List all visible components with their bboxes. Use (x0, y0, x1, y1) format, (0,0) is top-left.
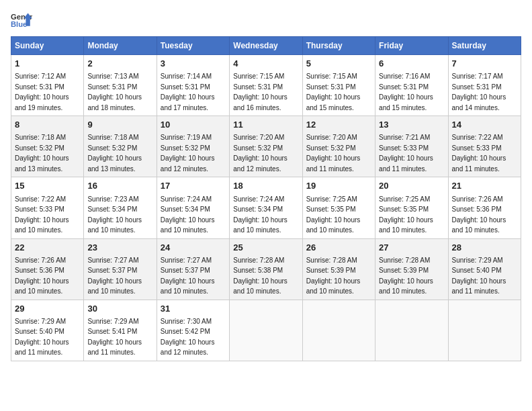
day-number: 2 (87, 58, 152, 70)
day-cell: 20 Sunrise: 7:25 AMSunset: 5:35 PMDaylig… (375, 177, 448, 238)
logo-icon: General Blue (11, 11, 32, 30)
day-cell: 28 Sunrise: 7:29 AMSunset: 5:40 PMDaylig… (448, 238, 521, 300)
day-cell: 16 Sunrise: 7:23 AMSunset: 5:34 PMDaylig… (84, 177, 157, 238)
day-info: Sunrise: 7:17 AMSunset: 5:31 PMDaylight:… (452, 73, 506, 111)
day-cell: 24 Sunrise: 7:27 AMSunset: 5:37 PMDaylig… (157, 238, 229, 300)
day-cell: 30 Sunrise: 7:29 AMSunset: 5:41 PMDaylig… (84, 300, 157, 361)
day-cell: 8 Sunrise: 7:18 AMSunset: 5:32 PMDayligh… (11, 116, 84, 177)
day-info: Sunrise: 7:16 AMSunset: 5:31 PMDaylight:… (379, 73, 433, 111)
day-info: Sunrise: 7:24 AMSunset: 5:34 PMDaylight:… (161, 195, 215, 234)
day-info: Sunrise: 7:20 AMSunset: 5:32 PMDaylight:… (306, 134, 361, 173)
day-number: 16 (87, 180, 152, 192)
day-info: Sunrise: 7:26 AMSunset: 5:36 PMDaylight:… (15, 257, 69, 295)
day-number: 4 (233, 58, 298, 70)
day-number: 21 (452, 180, 517, 192)
day-cell (448, 300, 521, 361)
day-info: Sunrise: 7:23 AMSunset: 5:34 PMDaylight:… (87, 195, 142, 234)
day-info: Sunrise: 7:25 AMSunset: 5:35 PMDaylight:… (379, 195, 433, 234)
day-info: Sunrise: 7:18 AMSunset: 5:32 PMDaylight:… (87, 134, 142, 173)
calendar-table: SundayMondayTuesdayWednesdayThursdayFrid… (11, 36, 521, 361)
col-header-sunday: Sunday (11, 37, 84, 55)
day-info: Sunrise: 7:28 AMSunset: 5:39 PMDaylight:… (306, 257, 361, 295)
day-number: 23 (87, 242, 152, 254)
day-cell (230, 300, 302, 361)
day-number: 22 (15, 242, 80, 254)
day-info: Sunrise: 7:22 AMSunset: 5:33 PMDaylight:… (452, 134, 506, 173)
day-number: 8 (15, 119, 80, 131)
day-number: 12 (306, 119, 371, 131)
day-number: 9 (87, 119, 152, 131)
day-cell (375, 300, 448, 361)
day-number: 18 (233, 180, 298, 192)
day-info: Sunrise: 7:21 AMSunset: 5:33 PMDaylight:… (379, 134, 433, 173)
logo: General Blue (11, 11, 35, 30)
day-cell: 10 Sunrise: 7:19 AMSunset: 5:32 PMDaylig… (157, 116, 229, 177)
day-number: 14 (452, 119, 517, 131)
day-number: 17 (161, 180, 226, 192)
day-number: 6 (379, 58, 444, 70)
day-cell: 26 Sunrise: 7:28 AMSunset: 5:39 PMDaylig… (302, 238, 375, 300)
day-info: Sunrise: 7:13 AMSunset: 5:31 PMDaylight:… (87, 73, 142, 111)
day-info: Sunrise: 7:22 AMSunset: 5:33 PMDaylight:… (15, 195, 69, 234)
day-info: Sunrise: 7:15 AMSunset: 5:31 PMDaylight:… (306, 73, 361, 111)
day-number: 29 (15, 303, 80, 315)
day-number: 30 (87, 303, 152, 315)
day-info: Sunrise: 7:27 AMSunset: 5:37 PMDaylight:… (161, 257, 215, 295)
day-info: Sunrise: 7:30 AMSunset: 5:42 PMDaylight:… (161, 318, 215, 357)
day-cell: 27 Sunrise: 7:28 AMSunset: 5:39 PMDaylig… (375, 238, 448, 300)
day-cell: 21 Sunrise: 7:26 AMSunset: 5:36 PMDaylig… (448, 177, 521, 238)
day-number: 10 (161, 119, 226, 131)
col-header-monday: Monday (84, 37, 157, 55)
week-row-1: 1 Sunrise: 7:12 AMSunset: 5:31 PMDayligh… (11, 55, 521, 116)
day-info: Sunrise: 7:14 AMSunset: 5:31 PMDaylight:… (161, 73, 215, 111)
day-number: 13 (379, 119, 444, 131)
day-info: Sunrise: 7:29 AMSunset: 5:41 PMDaylight:… (87, 318, 142, 357)
day-info: Sunrise: 7:29 AMSunset: 5:40 PMDaylight:… (15, 318, 69, 357)
day-cell: 25 Sunrise: 7:28 AMSunset: 5:38 PMDaylig… (230, 238, 302, 300)
day-number: 19 (306, 180, 371, 192)
day-number: 11 (233, 119, 298, 131)
day-cell: 19 Sunrise: 7:25 AMSunset: 5:35 PMDaylig… (302, 177, 375, 238)
day-info: Sunrise: 7:12 AMSunset: 5:31 PMDaylight:… (15, 73, 69, 111)
col-header-tuesday: Tuesday (157, 37, 229, 55)
day-cell: 2 Sunrise: 7:13 AMSunset: 5:31 PMDayligh… (84, 55, 157, 116)
calendar-body: 1 Sunrise: 7:12 AMSunset: 5:31 PMDayligh… (11, 55, 521, 361)
day-info: Sunrise: 7:20 AMSunset: 5:32 PMDaylight:… (233, 134, 287, 173)
day-number: 20 (379, 180, 444, 192)
day-number: 28 (452, 242, 517, 254)
col-header-wednesday: Wednesday (230, 37, 302, 55)
day-number: 3 (161, 58, 226, 70)
day-cell: 22 Sunrise: 7:26 AMSunset: 5:36 PMDaylig… (11, 238, 84, 300)
svg-text:Blue: Blue (11, 20, 27, 28)
day-info: Sunrise: 7:25 AMSunset: 5:35 PMDaylight:… (306, 195, 361, 234)
day-number: 24 (161, 242, 226, 254)
day-number: 7 (452, 58, 517, 70)
day-number: 15 (15, 180, 80, 192)
day-number: 25 (233, 242, 298, 254)
day-info: Sunrise: 7:27 AMSunset: 5:37 PMDaylight:… (87, 257, 142, 295)
day-cell: 18 Sunrise: 7:24 AMSunset: 5:34 PMDaylig… (230, 177, 302, 238)
day-cell: 13 Sunrise: 7:21 AMSunset: 5:33 PMDaylig… (375, 116, 448, 177)
day-number: 26 (306, 242, 371, 254)
day-number: 5 (306, 58, 371, 70)
day-cell: 11 Sunrise: 7:20 AMSunset: 5:32 PMDaylig… (230, 116, 302, 177)
day-cell (302, 300, 375, 361)
day-cell: 4 Sunrise: 7:15 AMSunset: 5:31 PMDayligh… (230, 55, 302, 116)
day-cell: 6 Sunrise: 7:16 AMSunset: 5:31 PMDayligh… (375, 55, 448, 116)
day-cell: 9 Sunrise: 7:18 AMSunset: 5:32 PMDayligh… (84, 116, 157, 177)
day-number: 27 (379, 242, 444, 254)
header: General Blue (11, 11, 521, 30)
day-info: Sunrise: 7:19 AMSunset: 5:32 PMDaylight:… (161, 134, 215, 173)
week-row-3: 15 Sunrise: 7:22 AMSunset: 5:33 PMDaylig… (11, 177, 521, 238)
col-header-saturday: Saturday (448, 37, 521, 55)
day-cell: 15 Sunrise: 7:22 AMSunset: 5:33 PMDaylig… (11, 177, 84, 238)
week-row-2: 8 Sunrise: 7:18 AMSunset: 5:32 PMDayligh… (11, 116, 521, 177)
day-info: Sunrise: 7:29 AMSunset: 5:40 PMDaylight:… (452, 257, 506, 295)
calendar-header: SundayMondayTuesdayWednesdayThursdayFrid… (11, 37, 521, 55)
day-cell: 31 Sunrise: 7:30 AMSunset: 5:42 PMDaylig… (157, 300, 229, 361)
day-info: Sunrise: 7:24 AMSunset: 5:34 PMDaylight:… (233, 195, 287, 234)
day-info: Sunrise: 7:26 AMSunset: 5:36 PMDaylight:… (452, 195, 506, 234)
day-cell: 7 Sunrise: 7:17 AMSunset: 5:31 PMDayligh… (448, 55, 521, 116)
day-info: Sunrise: 7:28 AMSunset: 5:39 PMDaylight:… (379, 257, 433, 295)
day-cell: 3 Sunrise: 7:14 AMSunset: 5:31 PMDayligh… (157, 55, 229, 116)
